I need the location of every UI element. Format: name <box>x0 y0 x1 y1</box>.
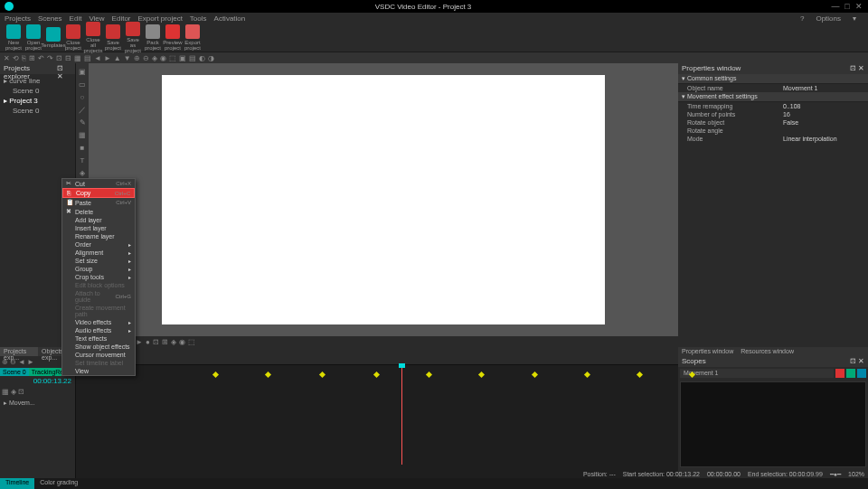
movement-chevron-icon[interactable]: ▸ <box>4 400 7 406</box>
ctx-alignment[interactable]: Alignment▸ <box>62 249 135 257</box>
close-button[interactable]: ✕ <box>854 2 863 11</box>
toolbar-icon[interactable]: ▤ <box>84 54 91 62</box>
prop-value[interactable]: Linear interpolation <box>783 136 864 142</box>
toolbar-icon[interactable]: ↶ <box>38 54 44 62</box>
panel-pin-icon[interactable]: ⊡ ✕ <box>57 64 71 73</box>
tab-resources-window[interactable]: Resources window <box>737 347 797 356</box>
panel-pin-icon[interactable]: ⊡ ✕ <box>850 357 864 366</box>
timeline-ruler[interactable] <box>76 347 678 365</box>
playback-icon[interactable]: ⊡ <box>153 338 159 346</box>
canvas[interactable] <box>162 75 605 324</box>
ctx-insert-layer[interactable]: Insert layer <box>62 224 135 232</box>
expand-icon[interactable]: ▾ <box>853 14 856 23</box>
tab-projects-exp[interactable]: Projects exp... <box>0 347 38 356</box>
tool-icon[interactable]: ▭ <box>77 79 88 89</box>
help-icon[interactable]: ? <box>800 14 804 23</box>
ctx-text-effects[interactable]: Text effects <box>62 334 135 343</box>
tl-remove-icon[interactable]: ⊖ <box>10 358 16 366</box>
keyframe[interactable] <box>478 371 485 378</box>
tool-icon[interactable]: ▦ <box>77 129 88 140</box>
menu-export[interactable]: Export project <box>138 14 183 23</box>
tl-add-icon[interactable]: ⊕ <box>2 358 8 366</box>
playback-icon[interactable]: ● <box>146 338 150 346</box>
tab-color-grading[interactable]: Color grading <box>34 478 83 489</box>
ribbon-pack-project[interactable]: Pack project <box>144 24 162 51</box>
toolbar-icon[interactable]: ▤ <box>189 54 196 62</box>
tl-ctrl-icon[interactable]: ◈ <box>11 388 16 396</box>
tool-icon[interactable]: ／ <box>77 104 88 115</box>
ctx-copy[interactable]: ⎘CopyCtrl+C <box>62 188 135 198</box>
toolbar-icon[interactable]: ✕ <box>4 54 10 62</box>
prop-value[interactable]: 16 <box>783 111 864 118</box>
ctx-crop-tools[interactable]: Crop tools▸ <box>62 273 135 281</box>
keyframe[interactable] <box>637 371 643 378</box>
scope-btn-3[interactable] <box>857 369 866 378</box>
scope-btn-2[interactable] <box>846 369 855 378</box>
prop-section-header[interactable]: ▾ Common settings <box>678 74 868 84</box>
tab-timeline[interactable]: Timeline <box>0 478 34 489</box>
tool-icon[interactable]: T <box>77 155 88 165</box>
keyframe[interactable] <box>426 371 432 378</box>
ctx-video-effects[interactable]: Video effects▸ <box>62 318 135 326</box>
minimize-button[interactable]: — <box>831 2 840 11</box>
keyframe[interactable] <box>212 371 219 378</box>
menu-tools[interactable]: Tools <box>190 14 207 23</box>
ctx-set-size[interactable]: Set size▸ <box>62 257 135 265</box>
maximize-button[interactable]: □ <box>843 2 852 11</box>
menu-projects[interactable]: Projects <box>5 14 31 23</box>
movement-label[interactable]: Movem... <box>9 400 35 406</box>
toolbar-icon[interactable]: ◄ <box>94 54 101 62</box>
toolbar-icon[interactable]: ⊞ <box>29 54 35 62</box>
ctx-view[interactable]: View <box>62 367 135 375</box>
keyframe[interactable] <box>265 371 271 378</box>
tool-icon[interactable]: ◈ <box>77 167 88 178</box>
toolbar-icon[interactable]: ◉ <box>160 54 166 62</box>
ctx-group[interactable]: Group▸ <box>62 265 135 273</box>
ctx-show-object-effects[interactable]: Show object effects <box>62 343 135 351</box>
keyframe[interactable] <box>373 371 380 378</box>
tool-icon[interactable]: ○ <box>77 91 88 102</box>
ctx-audio-effects[interactable]: Audio effects▸ <box>62 326 135 334</box>
ribbon-templates[interactable]: Templates <box>44 27 62 48</box>
ribbon-save-as-project[interactable]: Save as project <box>124 22 142 53</box>
ribbon-new-project[interactable]: New project <box>5 24 23 51</box>
ctx-paste[interactable]: 📋PasteCtrl+V <box>62 198 135 207</box>
menu-edit[interactable]: Edit <box>70 14 82 23</box>
playback-icon[interactable]: ◈ <box>171 338 176 346</box>
toolbar-icon[interactable]: ⎘ <box>22 54 26 62</box>
toolbar-icon[interactable]: ⊕ <box>134 54 140 62</box>
keyframe[interactable] <box>532 371 538 378</box>
toolbar-icon[interactable]: ⬚ <box>169 54 176 62</box>
options-link[interactable]: Options <box>816 14 841 23</box>
tool-icon[interactable]: ✎ <box>77 117 88 127</box>
prop-value[interactable]: False <box>783 119 864 126</box>
toolbar-icon[interactable]: ► <box>104 54 111 62</box>
tl-prev-icon[interactable]: ◄ <box>18 358 25 366</box>
keyframe[interactable] <box>319 371 326 378</box>
ribbon-close-project[interactable]: Close project <box>64 24 82 51</box>
toolbar-icon[interactable]: ▼ <box>124 54 131 62</box>
playback-icon[interactable]: ⬚ <box>188 338 195 346</box>
tl-ctrl-icon[interactable]: ▦ <box>2 388 9 396</box>
ribbon-export-project[interactable]: Export project <box>184 24 202 51</box>
zoom-slider[interactable]: ━●━ <box>830 471 841 478</box>
ribbon-preview-project[interactable]: Preview project <box>164 24 182 51</box>
tl-next-icon[interactable]: ► <box>27 358 34 366</box>
toolbar-icon[interactable]: ◑ <box>208 54 214 62</box>
menu-activation[interactable]: Activation <box>214 14 246 23</box>
ctx-rename-layer[interactable]: Rename layer <box>62 232 135 240</box>
toolbar-icon[interactable]: ⟲ <box>13 54 19 62</box>
ctx-cursor-movement[interactable]: Cursor movement <box>62 351 135 359</box>
toolbar-icon[interactable]: ▦ <box>74 54 81 62</box>
scene-tab[interactable]: Scene 0 <box>0 368 29 376</box>
tree-node[interactable]: Scene 0 <box>4 106 71 116</box>
ribbon-open-project[interactable]: Open project <box>24 24 42 51</box>
prop-value[interactable] <box>783 127 864 134</box>
ctx-add-layer[interactable]: Add layer <box>62 216 135 224</box>
ctx-order[interactable]: Order▸ <box>62 240 135 249</box>
toolbar-icon[interactable]: ⊟ <box>65 54 71 62</box>
tool-icon[interactable]: ■ <box>77 142 88 153</box>
playback-icon[interactable]: ◉ <box>179 338 185 346</box>
menu-scenes[interactable]: Scenes <box>38 14 62 23</box>
prop-section-header[interactable]: ▾ Movement effect settings <box>678 92 868 102</box>
